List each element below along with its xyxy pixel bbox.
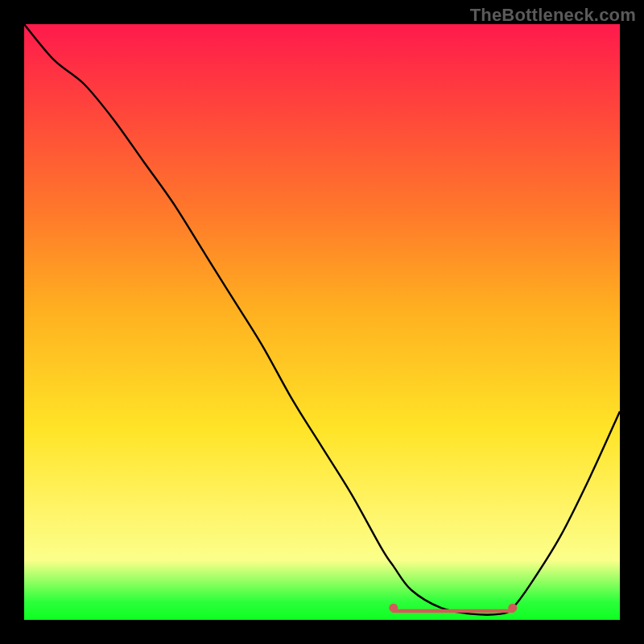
curve-svg [24, 24, 620, 620]
watermark-text: TheBottleneck.com [470, 5, 636, 26]
marker-end [508, 604, 517, 613]
chart-frame: TheBottleneck.com [0, 0, 644, 644]
bottleneck-curve [24, 24, 620, 615]
marker-start [389, 604, 398, 613]
plot-area [24, 24, 620, 620]
